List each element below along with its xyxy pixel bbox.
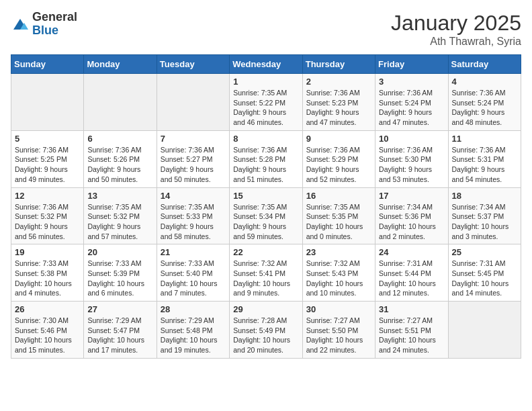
- calendar-cell: 25Sunrise: 7:31 AM Sunset: 5:45 PM Dayli…: [448, 244, 521, 302]
- day-number: 29: [233, 304, 298, 314]
- calendar-cell: 24Sunrise: 7:31 AM Sunset: 5:44 PM Dayli…: [375, 244, 448, 302]
- page-header: General Blue January 2025 Ath Thawrah, S…: [11, 11, 521, 48]
- day-number: 4: [452, 77, 517, 87]
- day-info: Sunrise: 7:36 AM Sunset: 5:26 PM Dayligh…: [87, 145, 152, 185]
- day-number: 10: [379, 134, 444, 144]
- calendar-cell: 30Sunrise: 7:27 AM Sunset: 5:50 PM Dayli…: [302, 302, 375, 359]
- weekday-header: Wednesday: [230, 55, 302, 74]
- location-title: Ath Thawrah, Syria: [391, 36, 521, 48]
- day-number: 19: [15, 247, 80, 257]
- day-info: Sunrise: 7:30 AM Sunset: 5:46 PM Dayligh…: [15, 316, 80, 355]
- day-number: 16: [306, 191, 371, 201]
- weekday-header: Monday: [84, 55, 157, 74]
- calendar-cell: 10Sunrise: 7:36 AM Sunset: 5:30 PM Dayli…: [375, 130, 448, 187]
- day-number: 1: [233, 77, 298, 87]
- day-number: 20: [87, 247, 152, 257]
- day-number: 25: [452, 247, 517, 257]
- day-number: 14: [161, 191, 226, 201]
- calendar-cell: 1Sunrise: 7:35 AM Sunset: 5:22 PM Daylig…: [230, 74, 302, 131]
- calendar-cell: 7Sunrise: 7:36 AM Sunset: 5:27 PM Daylig…: [157, 130, 229, 187]
- calendar-week-row: 19Sunrise: 7:33 AM Sunset: 5:38 PM Dayli…: [11, 244, 521, 302]
- weekday-header: Saturday: [448, 55, 521, 74]
- calendar-cell: 3Sunrise: 7:36 AM Sunset: 5:24 PM Daylig…: [375, 74, 448, 131]
- day-number: 26: [15, 304, 80, 314]
- day-number: 7: [161, 134, 226, 144]
- day-number: 21: [161, 247, 226, 257]
- calendar-header-row: SundayMondayTuesdayWednesdayThursdayFrid…: [11, 55, 521, 74]
- calendar-week-row: 5Sunrise: 7:36 AM Sunset: 5:25 PM Daylig…: [11, 130, 521, 187]
- calendar-cell: 29Sunrise: 7:28 AM Sunset: 5:49 PM Dayli…: [230, 302, 302, 359]
- day-info: Sunrise: 7:31 AM Sunset: 5:44 PM Dayligh…: [379, 259, 444, 298]
- day-number: 13: [87, 191, 152, 201]
- day-number: 17: [379, 191, 444, 201]
- calendar-cell: 21Sunrise: 7:33 AM Sunset: 5:40 PM Dayli…: [157, 244, 229, 302]
- calendar-cell: 8Sunrise: 7:36 AM Sunset: 5:28 PM Daylig…: [230, 130, 302, 187]
- day-number: 9: [306, 134, 371, 144]
- weekday-header: Tuesday: [157, 55, 229, 74]
- day-info: Sunrise: 7:36 AM Sunset: 5:29 PM Dayligh…: [306, 145, 371, 185]
- day-info: Sunrise: 7:35 AM Sunset: 5:33 PM Dayligh…: [161, 202, 226, 242]
- calendar-cell: [448, 302, 521, 359]
- logo-icon: [11, 15, 30, 34]
- weekday-header: Thursday: [302, 55, 375, 74]
- day-number: 24: [379, 247, 444, 257]
- calendar-week-row: 26Sunrise: 7:30 AM Sunset: 5:46 PM Dayli…: [11, 302, 521, 359]
- weekday-header: Friday: [375, 55, 448, 74]
- calendar-table: SundayMondayTuesdayWednesdayThursdayFrid…: [11, 54, 521, 359]
- calendar-cell: 5Sunrise: 7:36 AM Sunset: 5:25 PM Daylig…: [11, 130, 84, 187]
- day-info: Sunrise: 7:34 AM Sunset: 5:36 PM Dayligh…: [379, 202, 444, 242]
- calendar-cell: 15Sunrise: 7:35 AM Sunset: 5:34 PM Dayli…: [230, 187, 302, 244]
- day-info: Sunrise: 7:32 AM Sunset: 5:43 PM Dayligh…: [306, 259, 371, 298]
- calendar-cell: [157, 74, 229, 131]
- calendar-cell: 6Sunrise: 7:36 AM Sunset: 5:26 PM Daylig…: [84, 130, 157, 187]
- calendar-cell: 17Sunrise: 7:34 AM Sunset: 5:36 PM Dayli…: [375, 187, 448, 244]
- calendar-cell: 18Sunrise: 7:34 AM Sunset: 5:37 PM Dayli…: [448, 187, 521, 244]
- logo-general: General: [32, 10, 77, 24]
- weekday-header: Sunday: [11, 55, 84, 74]
- day-info: Sunrise: 7:31 AM Sunset: 5:45 PM Dayligh…: [452, 259, 517, 298]
- day-info: Sunrise: 7:28 AM Sunset: 5:49 PM Dayligh…: [233, 316, 298, 355]
- day-info: Sunrise: 7:35 AM Sunset: 5:35 PM Dayligh…: [306, 202, 371, 242]
- day-number: 18: [452, 191, 517, 201]
- day-number: 12: [15, 191, 80, 201]
- day-number: 5: [15, 134, 80, 144]
- day-number: 3: [379, 77, 444, 87]
- day-info: Sunrise: 7:32 AM Sunset: 5:41 PM Dayligh…: [233, 259, 298, 298]
- day-number: 15: [233, 191, 298, 201]
- calendar-cell: 28Sunrise: 7:29 AM Sunset: 5:48 PM Dayli…: [157, 302, 229, 359]
- day-info: Sunrise: 7:36 AM Sunset: 5:30 PM Dayligh…: [379, 145, 444, 185]
- title-block: January 2025 Ath Thawrah, Syria: [391, 11, 521, 48]
- calendar-cell: 9Sunrise: 7:36 AM Sunset: 5:29 PM Daylig…: [302, 130, 375, 187]
- logo: General Blue: [11, 11, 77, 38]
- calendar-cell: 20Sunrise: 7:33 AM Sunset: 5:39 PM Dayli…: [84, 244, 157, 302]
- calendar-cell: 23Sunrise: 7:32 AM Sunset: 5:43 PM Dayli…: [302, 244, 375, 302]
- calendar-cell: [11, 74, 84, 131]
- day-number: 2: [306, 77, 371, 87]
- calendar-cell: 13Sunrise: 7:35 AM Sunset: 5:32 PM Dayli…: [84, 187, 157, 244]
- day-number: 11: [452, 134, 517, 144]
- day-number: 31: [379, 304, 444, 314]
- day-info: Sunrise: 7:27 AM Sunset: 5:50 PM Dayligh…: [306, 316, 371, 355]
- day-info: Sunrise: 7:29 AM Sunset: 5:47 PM Dayligh…: [87, 316, 152, 355]
- calendar-cell: 16Sunrise: 7:35 AM Sunset: 5:35 PM Dayli…: [302, 187, 375, 244]
- calendar-cell: 22Sunrise: 7:32 AM Sunset: 5:41 PM Dayli…: [230, 244, 302, 302]
- logo-blue: Blue: [32, 24, 58, 37]
- calendar-cell: 11Sunrise: 7:36 AM Sunset: 5:31 PM Dayli…: [448, 130, 521, 187]
- day-info: Sunrise: 7:36 AM Sunset: 5:25 PM Dayligh…: [15, 145, 80, 185]
- day-info: Sunrise: 7:29 AM Sunset: 5:48 PM Dayligh…: [161, 316, 226, 355]
- day-info: Sunrise: 7:36 AM Sunset: 5:31 PM Dayligh…: [452, 145, 517, 185]
- day-info: Sunrise: 7:27 AM Sunset: 5:51 PM Dayligh…: [379, 316, 444, 355]
- day-info: Sunrise: 7:36 AM Sunset: 5:23 PM Dayligh…: [306, 88, 371, 128]
- day-info: Sunrise: 7:33 AM Sunset: 5:38 PM Dayligh…: [15, 259, 80, 298]
- day-number: 22: [233, 247, 298, 257]
- calendar-cell: 26Sunrise: 7:30 AM Sunset: 5:46 PM Dayli…: [11, 302, 84, 359]
- day-info: Sunrise: 7:36 AM Sunset: 5:27 PM Dayligh…: [161, 145, 226, 185]
- day-number: 30: [306, 304, 371, 314]
- day-info: Sunrise: 7:33 AM Sunset: 5:39 PM Dayligh…: [87, 259, 152, 298]
- day-number: 23: [306, 247, 371, 257]
- calendar-cell: [84, 74, 157, 131]
- calendar-cell: 31Sunrise: 7:27 AM Sunset: 5:51 PM Dayli…: [375, 302, 448, 359]
- calendar-cell: 19Sunrise: 7:33 AM Sunset: 5:38 PM Dayli…: [11, 244, 84, 302]
- calendar-cell: 2Sunrise: 7:36 AM Sunset: 5:23 PM Daylig…: [302, 74, 375, 131]
- calendar-cell: 12Sunrise: 7:36 AM Sunset: 5:32 PM Dayli…: [11, 187, 84, 244]
